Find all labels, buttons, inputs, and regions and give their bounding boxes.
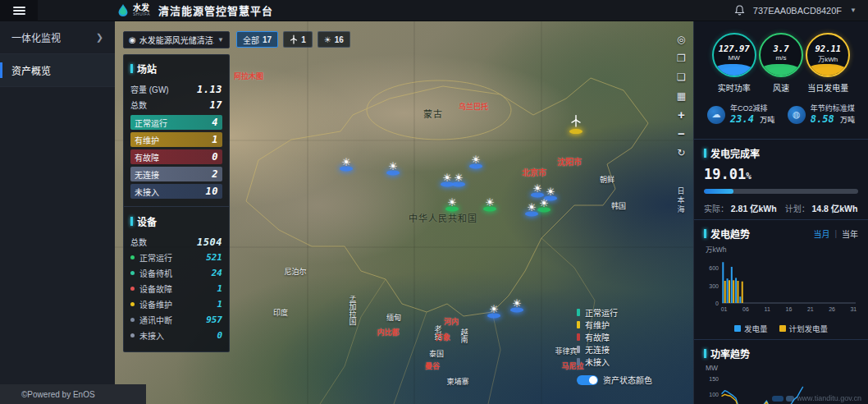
map-marker-sun[interactable]: ☀ <box>444 197 460 209</box>
tianditu-logo <box>772 396 783 402</box>
map-label-尼泊尔: 尼泊尔 <box>284 266 306 277</box>
device-status-row: 设备维护1 <box>130 296 222 312</box>
map-label-曼谷: 曼谷 <box>425 360 440 371</box>
status-label: 有维护 <box>135 134 159 146</box>
legend-swatch <box>734 325 741 332</box>
status-dot-icon <box>130 333 135 337</box>
powered-by-text: ©Powered by EnOS <box>21 390 95 399</box>
device-status-row: 通讯中断957 <box>130 312 222 328</box>
svg-text:600: 600 <box>709 265 719 271</box>
env-value: 8.58 万吨 <box>811 114 855 126</box>
sun-marker-icon: ☀ <box>338 157 354 168</box>
device-status-row: 正常运行521 <box>130 250 222 265</box>
map-marker-sun[interactable]: ☀ <box>450 172 467 184</box>
map-label-沈阳市: 沈阳市 <box>557 155 582 168</box>
filter-chip-wind-turbine-icon[interactable]: 1 <box>283 31 313 48</box>
reset-view-icon[interactable]: ↻ <box>677 148 685 158</box>
legend-color-swatch <box>577 346 580 353</box>
sidebar-item-1[interactable]: 资产概览 <box>0 54 115 87</box>
sun-marker-icon: ☀ <box>536 198 552 209</box>
status-label: 有故障 <box>135 151 159 163</box>
station-info-label: 容量 (GW) <box>130 83 169 95</box>
gauge-wave <box>759 64 803 78</box>
asset-summary-panel: 场站 容量 (GW)1.13总数17 正常运行4有维护1有故障0无连接2未接入1… <box>123 54 230 352</box>
sidebar-item-0[interactable]: 一体化监视❯ <box>0 21 115 54</box>
device-dropdown-caret-icon[interactable]: ▼ <box>850 7 857 14</box>
map-marker-sun[interactable]: ☀ <box>529 183 546 195</box>
shuifa-droplet-icon <box>116 3 130 18</box>
grid-icon[interactable]: ▦ <box>677 91 686 101</box>
map-canvas[interactable]: 阿拉木图蒙古乌兰巴托北京市沈阳市中华人民共和国朝鲜韩国日本海孟加拉国尼泊尔印度缅… <box>115 21 693 404</box>
screen-in-icon[interactable]: ❐ <box>677 53 686 63</box>
filter-chip-全部[interactable]: 全部17 <box>236 31 278 48</box>
marker-base <box>510 307 523 312</box>
legend-label: 有维护 <box>585 319 610 331</box>
legend-计划发电量: 计划发电量 <box>779 323 829 334</box>
brand-logo: 水发 SHUIFA <box>116 3 150 18</box>
marker-base <box>340 166 353 171</box>
notification-bell-icon[interactable] <box>734 5 745 16</box>
legend-label: 无连接 <box>585 343 610 356</box>
map-marker-sun[interactable]: ☀ <box>439 172 455 184</box>
device-total-label: 总数 <box>130 236 147 248</box>
tab-当月[interactable]: 当月 <box>813 227 829 240</box>
status-dot-icon <box>130 255 135 259</box>
menu-toggle-button[interactable] <box>0 0 38 21</box>
selector-caret-icon: ▼ <box>217 36 224 44</box>
svg-text:16: 16 <box>786 306 793 312</box>
status-label: 正常运行 <box>135 117 167 129</box>
map-marker-turbine[interactable] <box>568 114 584 131</box>
sun-marker-icon: ☀ <box>542 186 559 198</box>
sun-marker-icon: ☀ <box>482 197 498 209</box>
footer-bar: ©Powered by EnOS <box>0 384 146 404</box>
legend-row: 正常运行 <box>577 306 652 319</box>
map-marker-sun[interactable]: ☀ <box>509 298 525 310</box>
device-id[interactable]: 737EAA0BACD8420F <box>753 6 842 16</box>
tab-当年[interactable]: 当年 <box>842 227 858 240</box>
station-selector-value: 水发能源风光储清洁... <box>139 34 214 46</box>
marker-base <box>537 207 550 212</box>
station-info-value: 17 <box>210 99 222 111</box>
filter-chip-sun-icon[interactable]: ☀16 <box>318 31 350 48</box>
map-marker-sun[interactable]: ☀ <box>338 157 354 168</box>
env-stat-年节约标准煤: ◍年节约标准煤8.58 万吨 <box>788 103 855 126</box>
map-label-日本海: 日本海 <box>676 187 687 214</box>
status-value: 0 <box>212 151 218 163</box>
station-status-row: 有维护1 <box>130 132 222 147</box>
device-status-label: 正常运行 <box>139 251 172 264</box>
asset-status-color-toggle[interactable] <box>577 375 598 385</box>
map-marker-sun[interactable]: ☀ <box>486 304 502 315</box>
zoom-out-icon[interactable]: − <box>678 129 685 139</box>
map-label-内比都: 内比都 <box>377 327 399 337</box>
map-marker-sun[interactable]: ☀ <box>482 197 498 209</box>
map-label-乌兰巴托: 乌兰巴托 <box>459 101 488 112</box>
map-label-泰国: 泰国 <box>429 348 444 359</box>
map-marker-sun[interactable]: ☀ <box>468 154 484 166</box>
map-marker-sun[interactable]: ☀ <box>523 202 540 213</box>
station-selector-dropdown[interactable]: ◉ 水发能源风光储清洁... ▼ <box>123 31 230 48</box>
status-dot-icon <box>130 318 135 322</box>
env-texts: 年节约标准煤8.58 万吨 <box>811 103 855 126</box>
legend-row: 有故障 <box>577 331 652 343</box>
device-status-value: 24 <box>212 268 222 278</box>
legend-row: 无连接 <box>577 343 652 356</box>
legend-label: 正常运行 <box>585 306 618 319</box>
map-marker-sun[interactable]: ☀ <box>385 161 401 172</box>
map-marker-sun[interactable]: ☀ <box>536 198 552 209</box>
filter-count: 17 <box>263 35 272 44</box>
sun-marker-icon: ☀ <box>450 172 467 184</box>
station-info-label: 总数 <box>130 99 147 111</box>
timeline-icon[interactable]: ◎ <box>677 34 685 44</box>
map-marker-sun[interactable]: ☀ <box>542 186 559 198</box>
marker-base <box>483 206 496 211</box>
location-pin-icon: ◉ <box>129 35 136 44</box>
kpi-section: 127.97MW实时功率3.7m/s风速92.11万kWh当日发电量 ☁年CO2… <box>694 21 868 140</box>
marker-base <box>386 170 400 175</box>
status-dot-icon <box>130 271 135 275</box>
svg-text:06: 06 <box>742 306 749 312</box>
zoom-in-icon[interactable]: + <box>678 110 685 120</box>
generation-trend-section: 发电趋势 当月|当年 万kWh 030060001061116212631 发电… <box>694 220 868 340</box>
co2-cloud-icon: ☁ <box>707 106 725 124</box>
screen-out-icon[interactable]: ❏ <box>677 72 686 82</box>
gauge-label: 实时功率 <box>710 81 757 94</box>
